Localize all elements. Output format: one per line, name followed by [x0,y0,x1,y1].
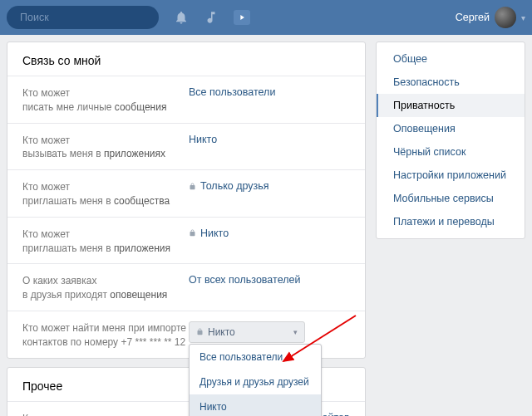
dropdown-option[interactable]: Все пользователи [190,345,321,370]
dropdown-button[interactable]: Никто ▾ [189,321,305,343]
sidebar-item-notifications[interactable]: Оповещения [377,117,525,140]
row-value[interactable]: Все пользователи [189,86,350,98]
avatar [495,7,516,28]
play-icon[interactable] [234,10,250,25]
caret-down-icon: ▾ [293,328,298,336]
dropdown-menu: Все пользователи Друзья и друзья друзей … [189,344,322,416]
contact-card: Связь со мной Кто можетписать мне личные… [7,42,366,359]
sidebar-item-blacklist[interactable]: Чёрный список [377,140,525,164]
search-input[interactable] [20,12,150,23]
sidebar-item-payments[interactable]: Платежи и переводы [377,210,525,233]
section-title: Связь со мной [7,42,365,76]
row-invite-apps: Кто можетприглашать меня в приложения Ни… [7,217,365,264]
settings-sidebar: Общее Безопасность Приватность Оповещени… [376,42,525,239]
lock-icon [189,228,196,237]
search-box[interactable] [7,6,159,29]
top-header: Сергей ▾ [0,0,532,35]
dropdown-selected: Никто [208,326,235,338]
lock-icon [189,182,196,191]
music-icon[interactable] [204,10,219,25]
row-label: Кто можетприглашать меня в приложения [22,228,189,256]
row-label: Кто может найти меня при импортеконтакто… [22,321,189,350]
row-value[interactable]: Никто [189,228,350,239]
sidebar-item-privacy[interactable]: Приватность [377,94,525,117]
sidebar-item-general[interactable]: Общее [377,47,525,71]
dropdown-option[interactable]: Никто [190,394,321,416]
row-value[interactable]: Никто [189,134,350,145]
row-label: Кто можетвызывать меня в приложениях [22,134,189,162]
row-import: Кто может найти меня при импортеконтакто… [7,311,365,358]
dropdown-option[interactable]: Друзья и друзья друзей [190,370,321,394]
row-label: О каких заявкахв друзья приходят оповеще… [22,274,189,302]
bell-icon[interactable] [174,10,189,25]
row-apps-call: Кто можетвызывать меня в приложениях Ник… [7,123,365,170]
row-messages: Кто можетписать мне личные сообщения Все… [7,76,365,123]
row-label: Кому в интернетевидна моя страница [22,412,189,416]
row-invite-comm: Кто можетприглашать меня в сообщества То… [7,169,365,217]
row-value[interactable]: Только друзья [189,180,350,192]
sidebar-item-mobile[interactable]: Мобильные сервисы [377,187,525,210]
header-icons [174,10,250,25]
row-value[interactable]: От всех пользователей [189,274,350,286]
row-label: Кто можетписать мне личные сообщения [22,86,189,115]
row-label: Кто можетприглашать меня в сообщества [22,180,189,208]
sidebar-item-security[interactable]: Безопасность [377,71,525,94]
dropdown: Никто ▾ Все пользователи Друзья и друзья… [189,321,350,343]
row-friend-requests: О каких заявкахв друзья приходят оповеще… [7,263,365,311]
username: Сергей [456,12,490,23]
lock-icon [196,327,204,336]
sidebar-item-app-settings[interactable]: Настройки приложений [377,164,525,187]
chevron-down-icon: ▾ [521,13,525,22]
user-menu[interactable]: Сергей ▾ [456,7,525,28]
